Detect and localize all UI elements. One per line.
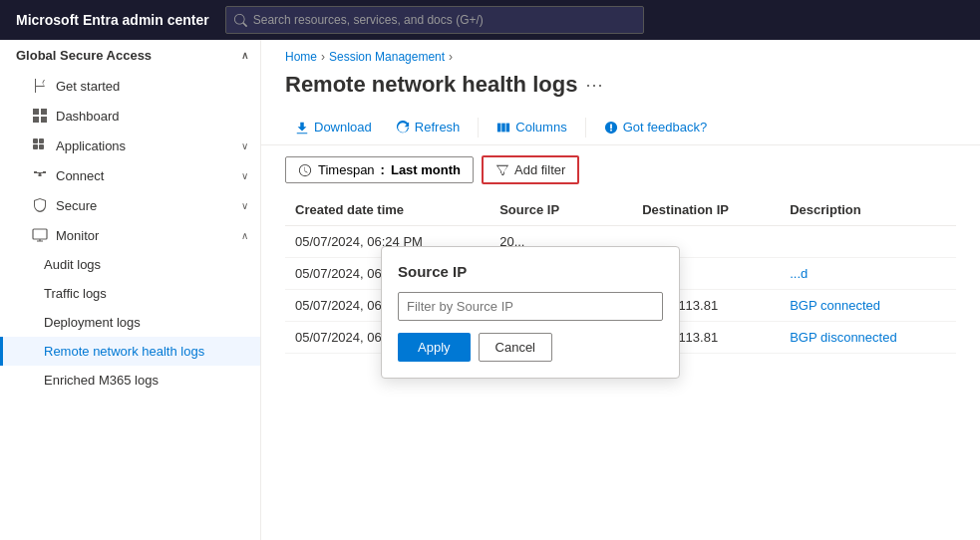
refresh-icon xyxy=(396,121,410,135)
download-icon xyxy=(295,121,309,135)
svg-rect-0 xyxy=(33,109,39,115)
search-box[interactable] xyxy=(225,6,644,34)
breadcrumb: Home › Session Management › xyxy=(261,40,980,68)
more-options-icon[interactable]: ··· xyxy=(585,75,603,96)
sidebar-item-label: Connect xyxy=(56,168,104,183)
page-header: Remote network health logs ··· xyxy=(261,68,980,110)
svg-rect-3 xyxy=(41,117,47,123)
refresh-label: Refresh xyxy=(415,120,461,135)
sidebar-item-traffic-logs[interactable]: Traffic logs xyxy=(0,279,260,308)
sidebar-item-label: Applications xyxy=(56,138,126,153)
breadcrumb-home[interactable]: Home xyxy=(285,50,317,64)
svg-rect-2 xyxy=(33,117,39,123)
columns-label: Columns xyxy=(515,120,566,135)
svg-rect-9 xyxy=(497,123,501,132)
svg-rect-5 xyxy=(39,138,44,143)
sidebar-item-label: Dashboard xyxy=(56,109,120,124)
shield-icon xyxy=(32,197,48,213)
app-title: Microsoft Entra admin center xyxy=(16,12,209,28)
grid-icon xyxy=(32,108,48,124)
sidebar-item-label: Audit logs xyxy=(44,257,101,272)
chevron-up-icon: ∧ xyxy=(241,230,248,241)
svg-rect-1 xyxy=(41,109,47,115)
columns-button[interactable]: Columns xyxy=(487,116,576,138)
svg-rect-10 xyxy=(502,123,506,132)
bgp-disconnected-link[interactable]: BGP disconnected xyxy=(790,330,896,345)
cell-description xyxy=(780,226,956,258)
timespan-label: Timespan xyxy=(318,162,375,177)
sidebar-item-connect[interactable]: Connect ∨ xyxy=(0,160,260,190)
toolbar-divider2 xyxy=(585,118,586,137)
sidebar-item-deployment-logs[interactable]: Deployment logs xyxy=(0,308,260,337)
columns-icon xyxy=(496,121,510,135)
sidebar-item-label: Remote network health logs xyxy=(44,344,204,359)
filter-popup-buttons: Apply Cancel xyxy=(398,333,663,362)
svg-rect-7 xyxy=(39,144,44,149)
description-link[interactable]: ...d xyxy=(790,266,808,281)
flag-icon xyxy=(32,78,48,94)
sidebar-item-audit-logs[interactable]: Audit logs xyxy=(0,250,260,279)
refresh-button[interactable]: Refresh xyxy=(386,116,471,138)
bgp-connected-link[interactable]: BGP connected xyxy=(790,298,880,313)
filter-popup-title: Source IP xyxy=(398,263,663,280)
app-icon xyxy=(32,137,48,153)
cell-description: BGP connected xyxy=(780,290,956,322)
sidebar-item-label: Traffic logs xyxy=(44,286,107,301)
col-source: Source IP xyxy=(490,194,632,226)
breadcrumb-sep2: › xyxy=(449,50,453,64)
sidebar-item-label: Monitor xyxy=(56,228,99,243)
topbar: Microsoft Entra admin center xyxy=(0,0,980,40)
sidebar-item-label: Enriched M365 logs xyxy=(44,373,159,388)
sidebar-item-get-started[interactable]: Get started xyxy=(0,71,260,101)
search-input[interactable] xyxy=(253,13,635,27)
cancel-button[interactable]: Cancel xyxy=(479,333,552,362)
sidebar-item-applications[interactable]: Applications ∨ xyxy=(0,131,260,160)
page-title: Remote network health logs xyxy=(285,72,577,98)
monitor-icon xyxy=(32,227,48,243)
toolbar-divider xyxy=(478,118,479,137)
sidebar-section-label: Global Secure Access xyxy=(16,48,152,63)
toolbar: Download Refresh Columns Got feedback? xyxy=(261,110,980,145)
breadcrumb-sep1: › xyxy=(321,50,325,64)
cell-description: BGP disconnected xyxy=(780,322,956,354)
timespan-value: Last month xyxy=(391,162,461,177)
svg-rect-6 xyxy=(33,144,38,149)
apply-button[interactable]: Apply xyxy=(398,333,471,362)
sidebar-item-monitor[interactable]: Monitor ∧ xyxy=(0,220,260,250)
add-filter-button[interactable]: Add filter xyxy=(482,155,579,184)
download-button[interactable]: Download xyxy=(285,116,382,138)
sidebar-item-dashboard[interactable]: Dashboard xyxy=(0,101,260,131)
col-description: Description xyxy=(780,194,956,226)
svg-rect-4 xyxy=(33,138,38,143)
sidebar-item-label: Deployment logs xyxy=(44,315,141,330)
clock-icon xyxy=(298,163,312,177)
feedback-label: Got feedback? xyxy=(623,120,708,135)
download-label: Download xyxy=(314,120,372,135)
sidebar-item-enriched-m365-logs[interactable]: Enriched M365 logs xyxy=(0,366,260,395)
chevron-down-icon: ∨ xyxy=(241,140,248,151)
chevron-down-icon: ∨ xyxy=(241,200,248,211)
svg-rect-11 xyxy=(506,123,510,132)
cell-description: ...d xyxy=(780,258,956,290)
chevron-up-icon: ∧ xyxy=(241,50,248,61)
sidebar-item-secure[interactable]: Secure ∨ xyxy=(0,190,260,220)
chevron-down-icon: ∨ xyxy=(241,170,248,181)
sidebar-item-label: Get started xyxy=(56,79,120,94)
filter-bar: Timespan : Last month Add filter xyxy=(261,145,980,194)
source-ip-filter-input[interactable] xyxy=(398,292,663,321)
breadcrumb-session-mgmt[interactable]: Session Management xyxy=(329,50,445,64)
source-ip-filter-popup: Source IP Apply Cancel xyxy=(381,246,680,379)
feedback-button[interactable]: Got feedback? xyxy=(594,116,718,138)
add-filter-label: Add filter xyxy=(514,162,565,177)
connect-icon xyxy=(32,167,48,183)
sidebar-item-remote-network-health-logs[interactable]: Remote network health logs xyxy=(0,337,260,366)
sidebar-item-label: Secure xyxy=(56,198,97,213)
svg-rect-8 xyxy=(33,229,47,239)
timespan-button[interactable]: Timespan : Last month xyxy=(285,156,474,183)
table-container: Created date time Source IP Destination … xyxy=(261,194,980,354)
content-area: Home › Session Management › Remote netwo… xyxy=(261,40,980,540)
feedback-icon xyxy=(604,121,618,135)
search-icon xyxy=(234,14,247,27)
sidebar-section-global-secure-access[interactable]: Global Secure Access ∧ xyxy=(0,40,260,71)
sidebar: Global Secure Access ∧ Get started Dashb… xyxy=(0,40,261,540)
